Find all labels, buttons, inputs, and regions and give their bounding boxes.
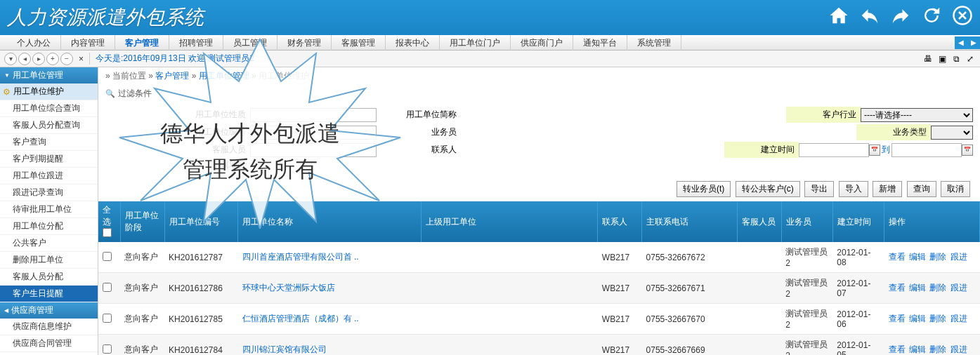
op-follow[interactable]: 跟进 [950, 344, 967, 354]
nav-down-icon[interactable]: ▾ [4, 53, 17, 65]
menu-right-arrow-icon[interactable]: ▶ [967, 36, 980, 49]
select-biztype[interactable] [931, 126, 973, 140]
sidebar-item[interactable]: 客户到期提醒 [0, 151, 98, 168]
input-code[interactable] [250, 126, 377, 140]
menu-item-0[interactable]: 个人办公 [7, 35, 61, 51]
th-code[interactable]: 用工单位编号 [164, 201, 238, 242]
menu-item-1[interactable]: 内容管理 [61, 35, 115, 51]
sidebar-group-employer[interactable]: 用工单位管理 [0, 67, 98, 83]
th-select[interactable]: 全选 [98, 201, 120, 242]
forward-icon[interactable] [890, 5, 911, 31]
menu-item-8[interactable]: 用工单位门户 [440, 35, 511, 51]
sidebar-item[interactable]: 用工单位分配 [0, 218, 98, 235]
th-parent[interactable]: 上级用工单位 [422, 201, 598, 242]
sidebar-item[interactable]: 供应商合同管理 [0, 335, 98, 352]
btn-transfer-sales[interactable]: 转业务员(t) [677, 181, 731, 197]
sidebar-item[interactable]: 用工单位跟进 [0, 168, 98, 185]
sidebar-item[interactable]: 客服人员分配查询 [0, 117, 98, 134]
op-follow[interactable]: 跟进 [950, 314, 967, 323]
th-service[interactable]: 客服人员 [737, 201, 781, 242]
menu-item-4[interactable]: 员工管理 [223, 35, 277, 51]
close-icon[interactable] [952, 5, 973, 31]
op-delete[interactable]: 删除 [929, 252, 946, 262]
sidebar-item[interactable]: 客服人员分配 [0, 269, 98, 286]
menu-item-2[interactable]: 客户管理 [115, 35, 169, 51]
input-date-to[interactable] [891, 143, 962, 157]
input-nature[interactable] [250, 108, 377, 122]
sidebar-group-supplier[interactable]: 供应商管理 [0, 302, 98, 319]
op-view[interactable]: 查看 [889, 344, 906, 354]
btn-import[interactable]: 导入 [839, 181, 868, 197]
expand-icon[interactable]: ⤢ [965, 53, 976, 65]
sidebar-item[interactable]: 客户查询 [0, 134, 98, 151]
maximize-icon[interactable]: ⧉ [950, 53, 962, 65]
sidebar-item[interactable]: 客户生日提醒 [0, 286, 98, 302]
menu-item-3[interactable]: 招聘管理 [169, 35, 223, 51]
print-icon[interactable]: 🖶 [922, 53, 934, 65]
minimize-icon[interactable]: ▣ [936, 53, 948, 65]
nav-left-icon[interactable]: ◂ [18, 53, 31, 65]
zoom-out-icon[interactable]: − [60, 53, 73, 65]
menu-item-7[interactable]: 报表中心 [386, 35, 440, 51]
sidebar-item[interactable]: 公共客户 [0, 235, 98, 252]
menu-item-9[interactable]: 供应商门户 [511, 35, 573, 51]
cell-name-link[interactable]: 四川锦江宾馆有限公司 [242, 344, 327, 354]
th-phone[interactable]: 主联系电话 [642, 201, 738, 242]
sidebar-item[interactable]: 用工单位维护 [0, 83, 98, 100]
sidebar-item[interactable]: 删除用工单位 [0, 252, 98, 269]
th-sales[interactable]: 业务员 [781, 201, 832, 242]
menu-item-5[interactable]: 财务管理 [277, 35, 332, 51]
op-view[interactable]: 查看 [889, 252, 906, 262]
select-industry[interactable]: ----请选择---- [861, 108, 973, 122]
menu-left-arrow-icon[interactable]: ◀ [955, 36, 967, 49]
op-delete[interactable]: 删除 [929, 314, 946, 323]
th-name[interactable]: 用工单位名称 [238, 201, 422, 242]
btn-export[interactable]: 导出 [804, 181, 834, 197]
th-ops[interactable]: 操作 [884, 201, 980, 242]
input-date-from[interactable] [799, 143, 869, 157]
cell-name-link[interactable]: 四川首座酒店管理有限公司首 .. [242, 252, 359, 262]
op-edit[interactable]: 编辑 [909, 314, 926, 323]
th-date[interactable]: 建立时间 [832, 201, 884, 242]
menu-item-11[interactable]: 系统管理 [627, 35, 681, 51]
op-edit[interactable]: 编辑 [909, 283, 926, 293]
op-view[interactable]: 查看 [889, 314, 906, 323]
row-checkbox[interactable] [103, 283, 112, 292]
sidebar-item[interactable]: 待审批用工单位 [0, 201, 98, 218]
op-view[interactable]: 查看 [889, 283, 906, 293]
btn-add[interactable]: 新增 [873, 181, 902, 197]
menu-item-6[interactable]: 客服管理 [332, 35, 386, 51]
btn-search[interactable]: 查询 [907, 181, 936, 197]
op-delete[interactable]: 删除 [929, 283, 946, 293]
crumb-2[interactable]: 用工单位管理 [199, 71, 249, 81]
calendar-from-icon[interactable]: 📅 [869, 145, 880, 156]
menu-item-10[interactable]: 通知平台 [573, 35, 627, 51]
sidebar-item[interactable]: 跟进记录查询 [0, 185, 98, 201]
cell-name-link[interactable]: 环球中心天堂洲际大饭店 [242, 283, 335, 293]
sidebar-item[interactable]: 供应商信息维护 [0, 319, 98, 335]
row-checkbox[interactable] [103, 344, 112, 354]
home-icon[interactable] [828, 5, 849, 31]
sidebar-item[interactable]: 用工单位综合查询 [0, 100, 98, 117]
op-delete[interactable]: 删除 [929, 344, 946, 354]
th-phase[interactable]: 用工单位阶段 [120, 201, 164, 242]
btn-to-public[interactable]: 转公共客户(c) [736, 181, 800, 197]
btn-cancel[interactable]: 取消 [941, 181, 970, 197]
op-follow[interactable]: 跟进 [950, 252, 967, 262]
zoom-in-icon[interactable]: + [46, 53, 59, 65]
cell-name-link[interactable]: 仁恒酒店管理酒店（成都）有 .. [242, 314, 359, 323]
th-contact[interactable]: 联系人 [598, 201, 642, 242]
calendar-to-icon[interactable]: 📅 [962, 145, 973, 156]
nav-right-icon[interactable]: ▸ [32, 53, 45, 65]
crumb-1[interactable]: 客户管理 [155, 71, 189, 81]
op-edit[interactable]: 编辑 [909, 252, 926, 262]
tab-close-icon[interactable]: × [79, 54, 84, 64]
row-checkbox[interactable] [103, 252, 112, 261]
row-checkbox[interactable] [103, 314, 112, 323]
refresh-icon[interactable] [921, 5, 942, 31]
op-follow[interactable]: 跟进 [950, 283, 967, 293]
cell-sales: 测试管理员2 [781, 242, 832, 273]
back-icon[interactable] [859, 5, 880, 31]
op-edit[interactable]: 编辑 [909, 344, 926, 354]
input-service[interactable] [250, 143, 377, 157]
